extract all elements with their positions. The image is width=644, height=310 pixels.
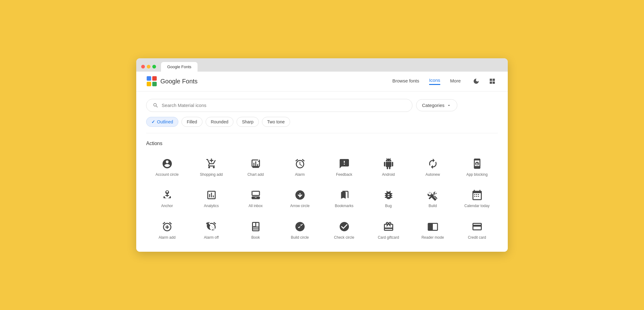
logo-text: Google Fonts bbox=[160, 78, 198, 85]
icons-section: Actions Account circle Shopping add bbox=[136, 138, 508, 252]
icon-account-circle[interactable]: Account circle bbox=[146, 153, 188, 182]
categories-button[interactable]: Categories bbox=[416, 99, 457, 111]
nav-actions bbox=[471, 76, 498, 87]
icon-android[interactable]: Android bbox=[368, 153, 409, 182]
browser-dots bbox=[141, 65, 156, 69]
maximize-dot[interactable] bbox=[152, 65, 156, 69]
icon-bug[interactable]: Bug bbox=[368, 184, 409, 213]
logo-area: Google Fonts bbox=[146, 76, 198, 87]
icon-calendar-today[interactable]: Calendar today bbox=[456, 184, 498, 213]
alarm-add-icon bbox=[162, 221, 173, 232]
build-circle-icon bbox=[294, 221, 306, 232]
filter-outlined[interactable]: ✓ Outlined bbox=[146, 117, 178, 127]
build-label: Build bbox=[429, 204, 437, 209]
all-inbox-icon bbox=[250, 189, 261, 201]
icon-book[interactable]: Book bbox=[235, 215, 276, 245]
alarm-off-icon bbox=[206, 221, 217, 232]
android-label: Android bbox=[382, 172, 395, 177]
icon-alarm-add[interactable]: Alarm add bbox=[146, 215, 188, 245]
icon-shopping-add[interactable]: Shopping add bbox=[190, 153, 232, 182]
alarm-add-label: Alarm add bbox=[159, 235, 176, 240]
nav-more[interactable]: More bbox=[450, 78, 461, 85]
feedback-icon bbox=[339, 158, 350, 169]
bookmarks-label: Bookmarks bbox=[335, 204, 353, 209]
filter-sharp-label: Sharp bbox=[242, 119, 253, 124]
icon-analytics[interactable]: Analytics bbox=[190, 184, 232, 213]
chevron-down-icon bbox=[446, 103, 451, 108]
bug-icon bbox=[383, 189, 394, 201]
nav-links: Browse fonts Icons More bbox=[392, 78, 461, 85]
icon-chart-add[interactable]: Chart add bbox=[235, 153, 276, 182]
android-icon bbox=[383, 158, 394, 169]
browser-window: Google Fonts Google Fonts Browse fonts I… bbox=[136, 58, 508, 252]
shopping-add-icon bbox=[206, 158, 217, 169]
search-area: Categories bbox=[136, 91, 508, 117]
bug-label: Bug bbox=[385, 204, 392, 209]
check-circle-icon bbox=[339, 221, 350, 232]
icon-reader-mode[interactable]: Reader mode bbox=[412, 215, 454, 245]
theme-toggle-button[interactable] bbox=[471, 76, 482, 87]
bookmarks-icon bbox=[339, 189, 350, 201]
alarm-off-label: Alarm off bbox=[204, 235, 219, 240]
build-icon bbox=[427, 189, 438, 201]
filter-rounded-label: Rounded bbox=[211, 119, 228, 124]
credit-card-icon bbox=[472, 221, 483, 232]
categories-label: Categories bbox=[422, 103, 445, 108]
icon-arrow-circle[interactable]: Arrow circle bbox=[279, 184, 321, 213]
icon-alarm[interactable]: Alarm bbox=[279, 153, 321, 182]
chart-add-label: Chart add bbox=[247, 172, 264, 177]
filter-rounded[interactable]: Rounded bbox=[206, 117, 234, 127]
tab-bar: Google Fonts bbox=[161, 62, 503, 72]
search-input[interactable] bbox=[162, 103, 406, 108]
alarm-label: Alarm bbox=[295, 172, 305, 177]
divider bbox=[146, 133, 498, 133]
filter-two-tone[interactable]: Two tone bbox=[262, 117, 290, 127]
svg-rect-2 bbox=[147, 82, 151, 86]
close-dot[interactable] bbox=[141, 65, 145, 69]
icon-bookmarks[interactable]: Bookmarks bbox=[323, 184, 365, 213]
section-title: Actions bbox=[146, 141, 498, 146]
anchor-label: Anchor bbox=[161, 204, 173, 209]
credit-card-label: Credit card bbox=[468, 235, 486, 240]
filter-two-tone-label: Two tone bbox=[267, 119, 285, 124]
nav-browse-fonts[interactable]: Browse fonts bbox=[392, 78, 419, 85]
search-box bbox=[146, 99, 412, 112]
search-icon bbox=[153, 102, 159, 108]
account-circle-label: Account circle bbox=[155, 172, 179, 177]
chart-add-icon bbox=[250, 158, 261, 169]
icon-build[interactable]: Build bbox=[412, 184, 454, 213]
filter-sharp[interactable]: Sharp bbox=[237, 117, 259, 127]
arrow-circle-label: Arrow circle bbox=[290, 204, 310, 209]
book-icon bbox=[250, 221, 261, 232]
svg-rect-3 bbox=[152, 82, 157, 86]
icon-app-blocking[interactable]: App blocking bbox=[456, 153, 498, 182]
alarm-icon bbox=[294, 158, 306, 169]
arrow-circle-icon bbox=[294, 189, 306, 201]
reader-mode-icon bbox=[427, 221, 438, 232]
icon-check-circle[interactable]: Check circle bbox=[323, 215, 365, 245]
icon-feedback[interactable]: Feedback bbox=[323, 153, 365, 182]
tab-label: Google Fonts bbox=[167, 64, 191, 69]
logo-icon bbox=[146, 76, 157, 87]
app-blocking-icon bbox=[472, 158, 483, 169]
book-label: Book bbox=[251, 235, 260, 240]
autonew-icon bbox=[427, 158, 438, 169]
icon-build-circle[interactable]: Build circle bbox=[279, 215, 321, 245]
icons-grid-row3: Alarm add Alarm off Book bbox=[146, 215, 498, 245]
grid-view-button[interactable] bbox=[487, 76, 498, 87]
card-giftcard-icon bbox=[383, 221, 394, 232]
check-icon: ✓ bbox=[151, 119, 155, 124]
icon-anchor[interactable]: Anchor bbox=[146, 184, 188, 213]
icon-card-giftcard[interactable]: Card giftcard bbox=[368, 215, 409, 245]
icon-alarm-off[interactable]: Alarm off bbox=[190, 215, 232, 245]
icon-all-inbox[interactable]: All inbox bbox=[235, 184, 276, 213]
active-tab[interactable]: Google Fonts bbox=[161, 62, 198, 72]
nav-icons[interactable]: Icons bbox=[429, 78, 440, 85]
autonew-label: Autonew bbox=[425, 172, 440, 177]
icon-autonew[interactable]: Autonew bbox=[412, 153, 454, 182]
icon-credit-card[interactable]: Credit card bbox=[456, 215, 498, 245]
minimize-dot[interactable] bbox=[147, 65, 150, 69]
browser-chrome: Google Fonts bbox=[136, 58, 508, 72]
main-content: Google Fonts Browse fonts Icons More bbox=[136, 72, 508, 252]
filter-filled[interactable]: Filled bbox=[181, 117, 202, 127]
